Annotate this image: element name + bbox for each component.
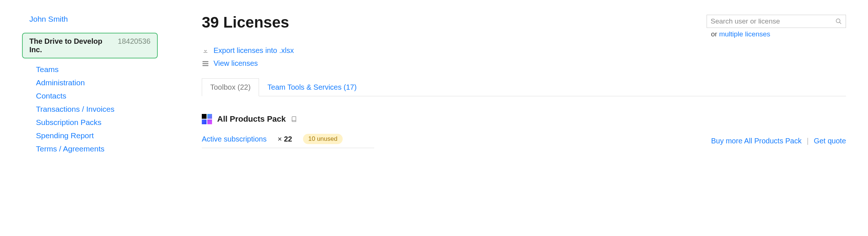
search-block: or multiple licenses: [707, 15, 846, 38]
separator: |: [807, 137, 809, 145]
sidebar-item-teams[interactable]: Teams: [36, 65, 59, 74]
view-licenses-link[interactable]: View licenses: [214, 59, 258, 68]
svg-line-1: [839, 22, 841, 24]
list-icon: [202, 61, 209, 66]
book-icon[interactable]: [291, 116, 298, 122]
svg-point-0: [836, 19, 840, 23]
get-quote-link[interactable]: Get quote: [814, 137, 846, 145]
user-link[interactable]: John Smith: [29, 15, 68, 24]
org-id: 18420536: [118, 37, 150, 46]
sidebar-item-subscription-packs[interactable]: Subscription Packs: [36, 118, 102, 126]
sidebar-item-spending-report[interactable]: Spending Report: [36, 131, 94, 140]
active-subscriptions-link[interactable]: Active subscriptions: [202, 135, 267, 143]
page-title: 39 Licenses: [202, 15, 289, 30]
subscription-count: × 22: [278, 135, 292, 143]
sidebar: John Smith The Drive to Develop Inc. 184…: [22, 15, 158, 158]
search-input-wrap[interactable]: [707, 15, 846, 28]
sidebar-item-administration[interactable]: Administration: [36, 78, 85, 87]
tabs: Toolbox (22) Team Tools & Services (17): [202, 78, 846, 96]
product-logo-icon: [202, 114, 212, 124]
product-name: All Products Pack: [217, 114, 286, 124]
svg-rect-2: [203, 61, 208, 62]
sidebar-nav: Teams Administration Contacts Transactio…: [22, 65, 158, 153]
svg-rect-3: [203, 63, 208, 64]
svg-rect-4: [203, 65, 208, 66]
org-name: The Drive to Develop Inc.: [29, 37, 113, 54]
multiple-licenses-link[interactable]: multiple licenses: [719, 30, 770, 38]
main-content: 39 Licenses or multiple licenses Export: [202, 15, 846, 158]
tab-toolbox[interactable]: Toolbox (22): [202, 78, 259, 96]
sidebar-item-terms[interactable]: Terms / Agreements: [36, 144, 105, 153]
product-section: All Products Pack Active subscriptions ×…: [202, 114, 846, 148]
export-link[interactable]: Export licenses into .xlsx: [214, 46, 294, 55]
org-badge[interactable]: The Drive to Develop Inc. 18420536: [22, 33, 158, 58]
search-input[interactable]: [711, 17, 835, 25]
search-or-text: or: [711, 30, 719, 38]
tab-team-tools[interactable]: Team Tools & Services (17): [259, 78, 365, 96]
search-icon[interactable]: [835, 18, 842, 25]
buy-more-link[interactable]: Buy more All Products Pack: [711, 137, 802, 145]
sidebar-item-contacts[interactable]: Contacts: [36, 92, 66, 100]
sidebar-item-transactions[interactable]: Transactions / Invoices: [36, 105, 114, 113]
download-icon: [202, 48, 209, 54]
unused-badge: 10 unused: [303, 134, 342, 144]
